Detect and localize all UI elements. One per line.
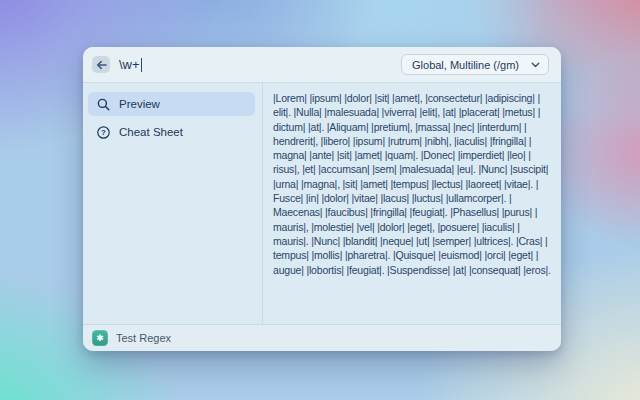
question-circle-icon: ? (97, 126, 110, 139)
sidebar-item-label: Cheat Sheet (119, 126, 183, 138)
main-area: Preview ? Cheat Sheet |Lorem| |ipsum| |d… (83, 83, 561, 324)
match-preview-pane[interactable]: |Lorem| |ipsum| |dolor| |sit| |amet|, |c… (263, 83, 561, 324)
footer-bar: ✱ Test Regex (83, 324, 561, 351)
sidebar-item-preview[interactable]: Preview (88, 92, 255, 116)
toolbar: \w+ Global, Multiline (/gm) (83, 47, 561, 83)
magnifier-icon (97, 98, 110, 111)
flags-dropdown[interactable]: Global, Multiline (/gm) (401, 54, 549, 75)
sidebar: Preview ? Cheat Sheet (83, 83, 262, 324)
chevron-down-icon (531, 62, 540, 68)
flags-dropdown-value: Global, Multiline (/gm) (412, 59, 519, 71)
regex-pattern-input[interactable]: \w+ (119, 57, 142, 72)
sidebar-item-label: Preview (119, 98, 160, 110)
app-window: \w+ Global, Multiline (/gm) Preview (83, 47, 561, 351)
back-button[interactable] (92, 56, 110, 73)
asterisk-icon: ✱ (92, 330, 108, 346)
text-caret (141, 58, 143, 72)
sidebar-item-cheat-sheet[interactable]: ? Cheat Sheet (88, 120, 255, 144)
arrow-left-icon (96, 60, 107, 70)
app-name-label: Test Regex (116, 332, 171, 344)
regex-pattern-value: \w+ (119, 57, 140, 72)
svg-text:?: ? (101, 128, 106, 137)
